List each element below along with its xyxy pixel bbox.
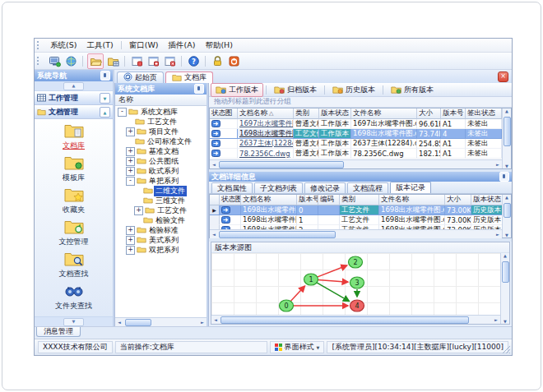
documents-hscrollbar[interactable]: ◄ ►: [210, 159, 502, 168]
scroll-left-icon[interactable]: ◄: [116, 320, 123, 325]
detail-tab-3[interactable]: 文档流程: [347, 182, 388, 193]
sidebar-item-doclib[interactable]: 文档库: [63, 122, 85, 154]
version-node-2[interactable]: 2: [349, 256, 363, 268]
column-header-0[interactable]: [210, 195, 220, 205]
expand-icon[interactable]: +: [126, 147, 135, 156]
table-row[interactable]: 1698出水嘴零件图.dwg工艺文件工作版本1698出水嘴零件图.dwg73.7…: [210, 129, 502, 139]
button-history-version[interactable]: 历史版本: [327, 83, 380, 97]
menu-item-0[interactable]: 系统(S): [45, 39, 81, 52]
scroll-up-icon[interactable]: ▲: [504, 195, 510, 200]
column-header-4[interactable]: 文件名称: [351, 108, 417, 119]
expand-icon[interactable]: +: [134, 206, 143, 215]
tree-node-3[interactable]: 公司标准文件: [115, 136, 207, 146]
button-work-version[interactable]: 工作版本: [211, 83, 263, 97]
table-row[interactable]: 2637主体(12284).dwg普通文档工作版本2637主体(12284).d…: [210, 139, 502, 149]
tree-hscrollbar[interactable]: ◄ ►: [115, 317, 207, 326]
column-header-7[interactable]: 签出状态: [466, 108, 502, 119]
version-node-1[interactable]: 1: [304, 274, 318, 285]
pin-icon[interactable]: [100, 71, 110, 81]
sidebar-item-favorites[interactable]: 收藏夹: [63, 186, 85, 218]
sidebar-item-template[interactable]: 模板库: [63, 154, 85, 186]
versions-hscrollbar[interactable]: ◄ ►: [210, 229, 502, 238]
scroll-down-icon[interactable]: ▼: [502, 319, 508, 324]
graph-vscrollbar[interactable]: ▲ ▼: [500, 253, 509, 324]
scroll-thumb[interactable]: [125, 319, 151, 326]
expand-icon[interactable]: +: [126, 127, 135, 136]
table-row[interactable]: 1697出水嘴零件图.dwg普通文档工作版本1697出水嘴零件图.dwg96.6…: [210, 119, 502, 129]
column-header-5[interactable]: 大小: [417, 108, 441, 119]
menu-item-1[interactable]: 工具(T): [81, 39, 118, 52]
scroll-thumb[interactable]: [504, 203, 511, 218]
tree-node-12[interactable]: +检验标准: [115, 225, 207, 235]
document-window-close-icon[interactable]: [162, 54, 177, 68]
scroll-thumb[interactable]: [504, 117, 511, 146]
scroll-thumb[interactable]: [220, 316, 469, 324]
sidebar-item-doccontrol[interactable]: 文控管理: [59, 218, 89, 250]
tree-node-6[interactable]: +欧式系列: [115, 166, 207, 176]
scroll-thumb[interactable]: [219, 161, 344, 168]
documents-vscrollbar[interactable]: ▲ ▼: [502, 108, 511, 168]
collapse-icon[interactable]: -: [126, 177, 135, 186]
tree-node-2[interactable]: +项目文件: [115, 127, 207, 136]
tree-node-8[interactable]: 二维文件: [115, 186, 207, 196]
menu-item-4[interactable]: 帮助(H): [200, 39, 238, 52]
tab-start[interactable]: 起始页: [117, 71, 164, 83]
chevron-up-icon[interactable]: ▲: [100, 107, 110, 118]
document-link[interactable]: 78.2356C.dwg: [238, 149, 294, 159]
pin-icon[interactable]: [499, 172, 509, 182]
detail-tab-0[interactable]: 文档属性: [211, 182, 253, 193]
column-header-0[interactable]: 状态图: [210, 108, 238, 119]
scroll-up-icon[interactable]: ▲: [504, 108, 510, 113]
scroll-right-icon[interactable]: ►: [494, 232, 501, 237]
scroll-right-icon[interactable]: ►: [494, 162, 501, 167]
scroll-right-icon[interactable]: ►: [199, 320, 206, 325]
expand-icon[interactable]: +: [126, 226, 135, 235]
scroll-left-icon[interactable]: ◄: [211, 162, 217, 167]
column-header-2[interactable]: 文档名称: [241, 195, 297, 205]
document-window-icon[interactable]: [129, 54, 144, 68]
graph-hscrollbar[interactable]: ◄ ►: [211, 315, 500, 324]
open-library-icon[interactable]: [87, 53, 104, 69]
tree-node-11[interactable]: 检验文件: [115, 215, 207, 225]
lock-icon[interactable]: [210, 54, 225, 68]
expand-icon[interactable]: +: [126, 246, 135, 255]
globe-icon[interactable]: [63, 54, 78, 68]
collapse-icon[interactable]: -: [118, 108, 127, 117]
scroll-down-icon[interactable]: ▼: [63, 318, 85, 326]
help-icon[interactable]: ?: [186, 54, 201, 68]
table-row[interactable]: 1698出水嘴零件图.dwg1工艺文件1698出水嘴零件图.dwg73.00KB…: [210, 215, 502, 225]
tree-node-13[interactable]: +美式系列: [115, 235, 207, 245]
button-all-version[interactable]: 所有版本: [386, 83, 439, 97]
tree-node-1[interactable]: 工艺文件: [115, 117, 207, 127]
chevron-down-icon[interactable]: ▼: [100, 93, 110, 104]
column-header-3[interactable]: 版本号: [297, 195, 318, 205]
column-header-1[interactable]: 状态图: [220, 195, 241, 205]
version-node-0[interactable]: 0: [280, 300, 294, 311]
button-archive-version[interactable]: 归档版本: [269, 83, 322, 97]
monitor-icon[interactable]: [47, 54, 62, 68]
document-link[interactable]: 1697出水嘴零件图.dwg: [238, 119, 294, 129]
tree-node-0[interactable]: -系统文档库: [115, 107, 207, 117]
scroll-down-icon[interactable]: ▼: [504, 233, 510, 238]
scroll-right-icon[interactable]: ►: [493, 317, 499, 322]
versions-vscrollbar[interactable]: ▲ ▼: [502, 195, 511, 238]
column-header-5[interactable]: 类别: [340, 195, 379, 205]
expand-icon[interactable]: +: [126, 236, 135, 245]
tab-message-management[interactable]: 消息管理: [36, 327, 81, 337]
scroll-thumb[interactable]: [219, 231, 336, 238]
column-header-6[interactable]: 版本号: [441, 108, 466, 119]
scroll-up-icon[interactable]: ▲: [502, 253, 508, 258]
column-header-7[interactable]: 大小: [445, 195, 471, 205]
document-window-add-icon[interactable]: [146, 54, 160, 68]
tree-node-14[interactable]: +双把系列: [115, 245, 207, 255]
tree-node-4[interactable]: +基准文档: [115, 146, 207, 156]
sidebar-item-foldersearch[interactable]: 文件夹查找: [55, 282, 92, 314]
library-view-icon[interactable]: [105, 54, 120, 68]
ui-style-selector[interactable]: 界面样式 ▼: [270, 341, 325, 353]
column-header-1[interactable]: 文档名称△: [238, 108, 294, 119]
table-row[interactable]: 78.2356C.dwg普通文档工作版本78.2356C.dwg182.15KB…: [210, 149, 502, 159]
table-row[interactable]: ▶1698出水嘴零件图.dwg0工艺文件1698出水嘴零件图.dwg73.00K…: [210, 205, 502, 215]
tab-doclib[interactable]: 文档库: [165, 71, 213, 83]
version-node-3[interactable]: 3: [350, 277, 364, 288]
detail-tab-1[interactable]: 子文档列表: [254, 182, 303, 193]
